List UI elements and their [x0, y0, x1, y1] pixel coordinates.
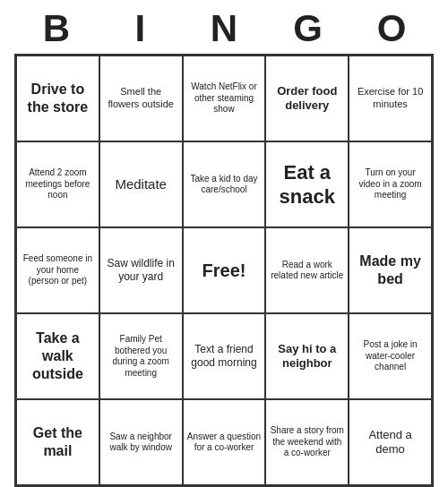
cell-1: Smell the flowers outside: [99, 56, 183, 141]
title-o: O: [356, 7, 427, 50]
title-b: B: [21, 7, 92, 50]
cell-0: Drive to the store: [16, 56, 99, 141]
cell-20: Get the mail: [16, 399, 99, 485]
cell-2: Watch NetFlix or other steaming show: [183, 56, 266, 141]
title-g: G: [272, 7, 344, 50]
title-i: I: [104, 7, 176, 50]
cell-5: Attend 2 zoom meetings before noon: [16, 141, 99, 227]
cell-18: Say hi to a neighbor: [265, 313, 349, 399]
cell-9: Turn on your video in a zoom meeting: [349, 141, 432, 227]
cell-3: Order food delivery: [265, 56, 349, 141]
cell-4: Exercise for 10 minutes: [349, 56, 432, 141]
cell-15: Take a walk outside: [16, 313, 99, 399]
cell-19: Post a joke in water-cooler channel: [349, 313, 432, 399]
cell-11: Saw wildlife in your yard: [99, 227, 183, 313]
bingo-title: B I N G O: [14, 0, 434, 54]
cell-8: Eat a snack: [265, 141, 349, 227]
cell-7: Take a kid to day care/school: [183, 141, 266, 227]
title-n: N: [188, 7, 260, 50]
cell-13: Read a work related new article: [265, 227, 349, 313]
cell-17: Text a friend good morning: [183, 313, 266, 399]
cell-16: Family Pet bothered you during a zoom me…: [99, 313, 183, 399]
cell-14: Made my bed: [349, 227, 432, 313]
bingo-grid: Drive to the store Smell the flowers out…: [14, 54, 434, 487]
cell-6: Meditate: [99, 141, 183, 227]
cell-12: Free!: [183, 227, 266, 313]
cell-23: Share a story from the weekend with a co…: [265, 399, 349, 485]
cell-22: Answer a question for a co-worker: [183, 399, 266, 485]
cell-21: Saw a neighbor walk by window: [99, 399, 183, 485]
cell-10: Feed someone in your home (person or pet…: [16, 227, 99, 313]
cell-24: Attend a demo: [349, 399, 432, 485]
